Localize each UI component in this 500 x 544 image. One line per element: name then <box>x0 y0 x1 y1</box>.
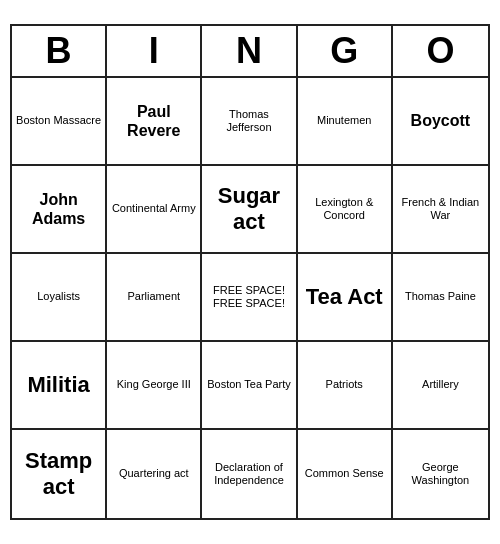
bingo-cell-11: Parliament <box>107 254 202 342</box>
bingo-header: BINGO <box>12 26 488 78</box>
bingo-cell-18: Patriots <box>298 342 393 430</box>
bingo-cell-2: Thomas Jefferson <box>202 78 297 166</box>
bingo-cell-6: Continental Army <box>107 166 202 254</box>
bingo-cell-9: French & Indian War <box>393 166 488 254</box>
bingo-cell-8: Lexington & Concord <box>298 166 393 254</box>
header-letter-n: N <box>202 26 297 76</box>
bingo-cell-23: Common Sense <box>298 430 393 518</box>
bingo-cell-22: Declaration of Independence <box>202 430 297 518</box>
bingo-cell-24: George Washington <box>393 430 488 518</box>
bingo-cell-17: Boston Tea Party <box>202 342 297 430</box>
bingo-card: BINGO Boston MassacrePaul RevereThomas J… <box>10 24 490 520</box>
bingo-cell-20: Stamp act <box>12 430 107 518</box>
bingo-cell-4: Boycott <box>393 78 488 166</box>
bingo-cell-3: Minutemen <box>298 78 393 166</box>
bingo-cell-19: Artillery <box>393 342 488 430</box>
header-letter-i: I <box>107 26 202 76</box>
header-letter-g: G <box>298 26 393 76</box>
bingo-cell-15: Militia <box>12 342 107 430</box>
bingo-grid: Boston MassacrePaul RevereThomas Jeffers… <box>12 78 488 518</box>
bingo-cell-14: Thomas Paine <box>393 254 488 342</box>
bingo-cell-0: Boston Massacre <box>12 78 107 166</box>
bingo-cell-21: Quartering act <box>107 430 202 518</box>
bingo-cell-10: Loyalists <box>12 254 107 342</box>
bingo-cell-13: Tea Act <box>298 254 393 342</box>
bingo-cell-1: Paul Revere <box>107 78 202 166</box>
header-letter-o: O <box>393 26 488 76</box>
bingo-cell-5: John Adams <box>12 166 107 254</box>
header-letter-b: B <box>12 26 107 76</box>
bingo-cell-12: FREE SPACE! FREE SPACE! <box>202 254 297 342</box>
bingo-cell-7: Sugar act <box>202 166 297 254</box>
bingo-cell-16: King George III <box>107 342 202 430</box>
